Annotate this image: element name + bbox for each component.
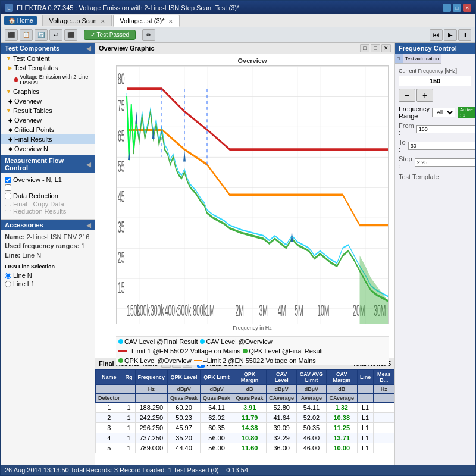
cell-qpkmar-3: 14.38 [233,423,267,433]
cell-num-4: 4 [96,433,123,443]
red-dot-icon [14,77,18,82]
flow-item-final-copy: Final - Copy Data Reduction Results [5,200,91,215]
tree-final-results[interactable]: ◆ Final Results [1,134,95,144]
col-cav-margin: CAV Margin [326,370,357,385]
toolbar-btn-3[interactable]: 🔄 [35,29,48,41]
cell-line-3: L1 [357,423,374,433]
svg-text:35: 35 [118,218,125,236]
tree-overview-table[interactable]: ◆ Overview [1,115,95,125]
flow-item-data-reduction[interactable]: Data Reduction [5,192,91,200]
folder-icon-2: ▶ [8,65,12,71]
freq-buttons: − + [399,89,471,102]
flow-checkbox-data-reduction[interactable] [5,193,11,199]
from-input[interactable] [416,125,475,133]
col-qpk-margin: QPK Margin [233,370,267,385]
cell-qpk-3: 45.97 [168,423,201,433]
svg-text:15: 15 [118,278,125,296]
tab-voltage-scan-close[interactable]: ✕ [101,18,105,24]
to-input[interactable] [408,142,475,150]
test-passed-button[interactable]: ✓ Test Passed [84,30,136,40]
edit-button[interactable]: ✏ [142,29,155,41]
cell-cavmar-3: 11.25 [326,423,357,433]
tab-voltage-test-close[interactable]: ✕ [168,18,173,24]
radio-line-l1[interactable]: Line L1 [5,280,91,288]
prev-button[interactable]: ⏮ [430,29,443,41]
radio-line-l1-input[interactable] [5,281,11,287]
minimize-button[interactable]: ─ [443,4,451,12]
svg-text:10M: 10M [317,301,329,319]
tab-voltage-scan[interactable]: Voltage...p Scan ✕ [42,15,112,26]
measurement-flow-header: Measurement Flow Control ◀ [1,155,95,173]
tree-voltage-emission[interactable]: Voltage Emission with 2-Line-LISN St... [1,73,95,87]
table-scroll[interactable]: Name Rg Frequency QPK Level QPK Limit QP… [95,369,394,453]
cell-cavmar-5: 10.00 [326,443,357,453]
table-row-2: 2 1 242.250 50.23 62.02 11.79 41.64 52.0… [96,413,394,423]
flow-checkbox-blank[interactable] [5,184,11,191]
panel-collapse-icon[interactable]: ◀ [86,45,91,52]
svg-text:300k: 300k [151,301,164,319]
freq-range-row: Frequency Range All Active : 1 [399,105,471,120]
current-freq-input[interactable] [399,76,471,86]
chart-btn-2[interactable]: □ [371,44,380,52]
toolbar-btn-1[interactable]: ⬛ [5,29,18,41]
cell-freq-4: 737.250 [135,433,168,443]
cell-qpk-5: 44.40 [168,443,201,453]
freq-range-select[interactable]: All [432,108,455,117]
cell-cavlim-3: 50.35 [297,423,326,433]
radio-line-n-input[interactable] [5,273,11,279]
play-controls: ⏮ ▶ ⏸ [430,29,471,41]
flow-item-blank[interactable] [5,184,91,192]
tree-overview-n[interactable]: ◆ Overview N [1,144,95,154]
cell-freq-2: 242.250 [135,413,168,423]
svg-text:55: 55 [118,157,125,175]
chart-container[interactable]: 80 75 65 55 45 35 25 15 150k [116,65,389,324]
tree-test-content[interactable]: ▼ Test Content [1,54,95,63]
toolbar-btn-2[interactable]: 📋 [20,29,33,41]
accessories-collapse-icon[interactable]: ◀ [86,222,91,228]
cell-meas-1 [374,403,394,413]
cell-cavlim-4: 46.00 [297,433,326,443]
close-button[interactable]: ✕ [463,4,471,12]
chart-title: Overview [116,57,389,64]
freq-decrease-button[interactable]: − [399,89,415,102]
play-button[interactable]: ▶ [444,29,457,41]
cell-freq-5: 789.000 [135,443,168,453]
tab-voltage-test[interactable]: Voltage...st (3)* ✕ [113,15,180,27]
maximize-button[interactable]: □ [453,4,461,12]
cell-cav-4: 32.29 [267,433,297,443]
home-tab[interactable]: 🏠 Home [4,16,37,25]
cell-meas-3 [374,423,394,433]
chart-btn-3[interactable]: ✕ [381,44,391,52]
tree-test-templates[interactable]: ▶ Test Templates [1,63,95,73]
pause-button[interactable]: ⏸ [458,29,471,41]
sub-line [357,394,374,403]
tree-overview-graphic[interactable]: ◆ Overview [1,96,95,106]
toolbar-btn-5[interactable]: ⬛ [64,29,77,41]
freq-increase-button[interactable]: + [416,89,433,102]
right-tab-1[interactable]: 1 [395,54,403,64]
step-input[interactable] [415,158,475,167]
window-controls: ─ □ ✕ [443,4,471,12]
right-panel: Frequency Control 1 Test automation Curr… [394,43,475,465]
sub-col-line [357,385,374,394]
cell-qpklim-2: 62.02 [201,413,233,423]
chart-legend: CAV Level @Final Result CAV Level @Overv… [116,336,389,365]
svg-text:65: 65 [118,127,125,145]
radio-line-n[interactable]: Line N [5,271,91,280]
sub-col-name [96,385,123,394]
legend-qpk-final: QPK Level @Final Result [243,347,323,355]
right-tab-automation[interactable]: Test automation [403,54,441,64]
tree-critical-points[interactable]: ◆ Critical Points [1,125,95,134]
flow-item-overview[interactable]: Overview - N, L1 [5,176,91,184]
flow-checkbox-overview[interactable] [5,177,11,183]
chart-btn-1[interactable]: □ [360,44,369,52]
flow-collapse-icon[interactable]: ◀ [86,161,91,168]
tree-graphics[interactable]: ▼ Graphics [1,87,95,96]
cell-freq-3: 296.250 [135,423,168,433]
app-window: E ELEKTRA 0.27.345 : Voltage Emission wi… [0,0,476,476]
tree-result-tables[interactable]: ▼ Result Tables [1,106,95,115]
sub-col-hz: Hz [135,385,168,394]
toolbar-btn-4[interactable]: ↩ [49,29,62,41]
cell-qpklim-3: 60.35 [201,423,233,433]
legend-limit1: –Limit 1 @EN 55022 Voltage on Mains [118,347,240,355]
